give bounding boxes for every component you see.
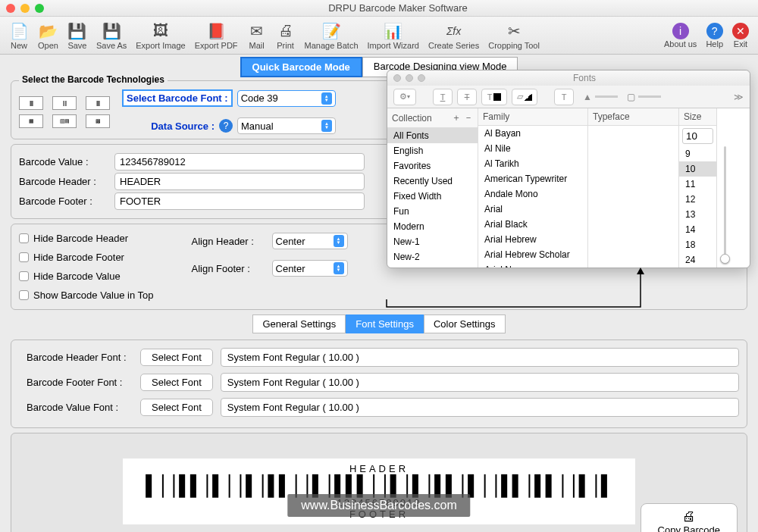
cropping-tool-button[interactable]: ✂Cropping Tool (484, 20, 544, 52)
hide-footer-checkbox[interactable] (19, 252, 29, 262)
collection-list[interactable]: All Fonts English Favorites Recently Use… (387, 128, 478, 268)
collection-item[interactable]: Modern (387, 219, 478, 234)
color-settings-tab[interactable]: Color Settings (424, 315, 506, 333)
print-button[interactable]: 🖨Print (271, 20, 300, 52)
barcode-font-select[interactable]: Code 39 ▲▼ (237, 90, 336, 107)
barcode-thumb[interactable]: ||||| (19, 96, 43, 110)
text-effects-button[interactable]: T (554, 89, 574, 105)
barcode-thumb[interactable]: ▥▤ (52, 114, 77, 128)
shadow-slider[interactable]: ▢ (627, 92, 661, 102)
family-item[interactable]: Arial Black (478, 217, 587, 232)
family-item[interactable]: Andale Mono (478, 186, 587, 202)
exit-button[interactable]: ✕Exit (728, 21, 753, 50)
minimize-window[interactable] (20, 4, 30, 13)
family-item[interactable]: Arial (478, 202, 587, 217)
save-button[interactable]: 💾Save (63, 20, 92, 52)
hide-value-checkbox[interactable] (19, 271, 29, 281)
save-as-button[interactable]: 💾Save As (92, 20, 131, 52)
family-item[interactable]: American Typewriter (478, 171, 587, 186)
export-image-button[interactable]: 🖼Export Image (131, 20, 190, 52)
gear-menu[interactable]: ⚙▾ (393, 89, 416, 105)
export-pdf-button[interactable]: 📕Export PDF (190, 20, 243, 52)
align-header-select[interactable]: Center▲▼ (272, 233, 348, 249)
barcode-preview: HEADER ▌││▌▌│▌││▌│▌▌││▌│▌▌▌││▌│▌│▌▌│▌││▌… (11, 433, 747, 532)
size-item[interactable]: 12 (679, 192, 716, 207)
minus-icon[interactable]: － (464, 111, 473, 124)
barcode-value-label: Barcode Value : (19, 156, 110, 167)
collection-item[interactable]: New-1 (387, 234, 478, 249)
general-settings-tab[interactable]: General Settings (252, 315, 346, 333)
family-item[interactable]: Arial Hebrew (478, 232, 587, 247)
close-icon[interactable] (393, 74, 401, 82)
footer-font-value: System Font Regular ( 10.00 ) (221, 373, 739, 392)
maximize-icon[interactable] (418, 74, 425, 82)
size-item[interactable]: 10 (679, 161, 716, 177)
more-icon[interactable]: ≫ (734, 92, 744, 102)
data-source-select[interactable]: Manual ▲▼ (237, 117, 336, 134)
size-item[interactable]: 14 (679, 222, 716, 237)
help-button[interactable]: ?Help (701, 21, 728, 50)
underline-button[interactable]: T (433, 89, 453, 105)
chevron-updown-icon: ▲▼ (321, 92, 332, 105)
strikethrough-button[interactable]: T (457, 89, 477, 105)
copy-barcode-button[interactable]: 🖨 Copy Barcode (641, 503, 738, 532)
size-item[interactable]: 18 (679, 237, 716, 252)
barcode-value-input[interactable] (114, 153, 365, 171)
select-value-font-button[interactable]: Select Font (140, 399, 213, 416)
help-icon[interactable]: ? (219, 119, 233, 133)
barcode-thumb[interactable]: ▦ (19, 114, 43, 128)
maximize-window[interactable] (35, 4, 44, 13)
family-item[interactable]: Arial Narrow (478, 262, 587, 268)
collection-item[interactable]: Recently Used (387, 174, 478, 189)
minimize-icon[interactable] (406, 74, 413, 82)
hide-header-checkbox[interactable] (19, 233, 29, 243)
barcode-thumb[interactable]: || || (52, 96, 77, 110)
family-item[interactable]: Al Tarikh (478, 156, 587, 171)
open-button[interactable]: 📂Open (33, 20, 63, 52)
plus-icon[interactable]: ＋ (452, 111, 461, 124)
mail-button[interactable]: ✉Mail (243, 20, 271, 52)
barcode-header-input[interactable] (114, 173, 365, 190)
new-button[interactable]: 📄New (5, 20, 33, 52)
family-item[interactable]: Al Bayan (478, 126, 587, 141)
select-footer-font-button[interactable]: Select Font (140, 374, 213, 391)
collection-item[interactable]: All Fonts (387, 128, 478, 143)
size-list[interactable]: 9 10 11 12 13 14 18 24 (679, 146, 716, 268)
barcode-thumb[interactable]: ||||| (86, 96, 110, 110)
collection-item[interactable]: Fun (387, 204, 478, 219)
select-header-font-button[interactable]: Select Font (140, 349, 213, 366)
barcode-footer-input[interactable] (114, 192, 365, 210)
show-value-top-checkbox[interactable] (19, 290, 29, 300)
size-item[interactable]: 11 (679, 177, 716, 192)
quick-barcode-mode-tab[interactable]: Quick Barcode Mode (240, 57, 362, 77)
collection-item[interactable]: New-3 (387, 264, 478, 268)
collection-item[interactable]: New-2 (387, 249, 478, 264)
size-slider[interactable] (717, 108, 732, 268)
collection-item[interactable]: Favorites (387, 158, 478, 174)
font-settings-tab[interactable]: Font Settings (346, 315, 424, 333)
close-window[interactable] (6, 4, 15, 13)
bg-color-button[interactable]: ▱ (512, 89, 537, 105)
value-font-label: Barcode Value Font : (19, 402, 133, 413)
gear-icon: ⚙ (399, 92, 407, 102)
collection-item[interactable]: English (387, 143, 478, 158)
size-input[interactable] (682, 128, 713, 144)
barcode-thumbnails: ||||| || || ||||| ▦ ▥▤ ▩ (19, 96, 110, 128)
family-item[interactable]: Arial Hebrew Scholar (478, 247, 587, 262)
typeface-list[interactable] (588, 126, 678, 268)
manage-batch-button[interactable]: 📝Manage Batch (300, 20, 363, 52)
family-item[interactable]: Al Nile (478, 141, 587, 156)
about-button[interactable]: iAbout us (659, 21, 701, 50)
create-series-button[interactable]: ΣfxCreate Series (424, 20, 484, 52)
collection-item[interactable]: Fixed Width (387, 189, 478, 204)
size-item[interactable]: 24 (679, 252, 716, 268)
barcode-thumb[interactable]: ▩ (86, 114, 110, 128)
align-footer-select[interactable]: Center▲▼ (272, 260, 348, 277)
font-size-slider-small[interactable]: ▲ (583, 92, 618, 102)
family-list[interactable]: Al Bayan Al Nile Al Tarikh American Type… (478, 126, 587, 268)
text-color-button[interactable]: T (481, 89, 507, 105)
fonts-panel: Fonts ⚙▾ T T T ▱ T ▲ ▢ ≫ Collection＋－ Al… (387, 70, 750, 268)
import-wizard-button[interactable]: 📊Import Wizard (363, 20, 424, 52)
size-item[interactable]: 9 (679, 146, 716, 161)
size-item[interactable]: 13 (679, 207, 716, 222)
